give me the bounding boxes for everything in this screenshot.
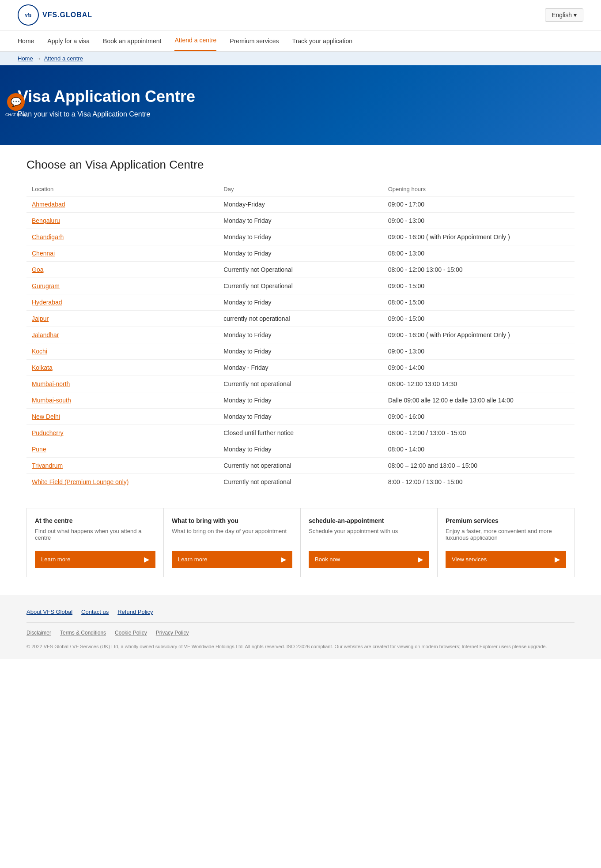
info-cards: At the centre Find out what happens when… [26,508,575,577]
arrow-icon: ▶ [555,555,560,564]
table-cell-location: Kochi [26,343,218,360]
table-cell-hours: 09:00 - 13:00 [383,213,575,229]
table-cell-day: Monday to Friday [218,409,382,425]
nav-home[interactable]: Home [18,31,34,51]
table-row: New DelhiMonday to Friday09:00 - 16:00 [26,409,575,425]
chat-icon[interactable]: 💬 [7,93,25,111]
location-link[interactable]: Chandigarh [32,233,64,240]
footer: About VFS Global Contact us Refund Polic… [0,595,601,659]
nav-attend[interactable]: Attend a centre [174,30,216,51]
table-cell-day: Monday to Friday [218,441,382,458]
table-cell-day: Currently not Operational [218,278,382,294]
location-link[interactable]: Kochi [32,348,47,355]
footer-refund[interactable]: Refund Policy [117,609,153,615]
footer-terms[interactable]: Terms & Conditions [60,630,106,636]
breadcrumb-home[interactable]: Home [18,55,33,62]
breadcrumb-separator: → [36,55,42,62]
col-header-day: Day [218,182,382,196]
table-cell-day: Currently not operational [218,458,382,474]
language-selector[interactable]: English ▾ [545,8,583,22]
table-cell-hours: 09:00 - 13:00 [383,343,575,360]
table-cell-hours: 08:00 - 12:00 13:00 - 15:00 [383,262,575,278]
logo-area: vfs VFS.GLOBAL [18,4,92,26]
card-at-centre-title: At the centre [35,517,155,524]
card-premium: Premium services Enjoy a faster, more co… [438,508,574,577]
nav-premium[interactable]: Premium services [230,31,279,51]
location-link[interactable]: New Delhi [32,413,60,420]
footer-cookie[interactable]: Cookie Policy [115,630,147,636]
table-body: AhmedabadMonday-Friday09:00 - 17:00Benga… [26,196,575,490]
card-at-centre-label: Learn more [41,556,70,563]
breadcrumb-current[interactable]: Attend a centre [44,55,83,62]
location-link[interactable]: Gurugram [32,282,60,289]
footer-about[interactable]: About VFS Global [26,609,72,615]
table-cell-day: Closed until further notice [218,425,382,441]
location-link[interactable]: Bengaluru [32,217,60,224]
table-row: Jaipurcurrently not operational09:00 - 1… [26,311,575,327]
table-cell-day: Monday to Friday [218,327,382,343]
location-link[interactable]: Trivandrum [32,462,63,469]
table-cell-hours: 09:00 - 17:00 [383,196,575,213]
table-cell-location: Ahmedabad [26,196,218,213]
table-cell-location: Mumbai-south [26,392,218,409]
card-schedule-title: schedule-an-appointment [309,517,429,524]
vac-table: Location Day Opening hours AhmedabadMond… [26,182,575,490]
card-at-centre-button[interactable]: Learn more ▶ [35,551,155,568]
table-cell-location: Hyderabad [26,294,218,311]
nav-track[interactable]: Track your application [292,31,352,51]
location-link[interactable]: White Field (Premium Lounge only) [32,478,129,485]
card-premium-title: Premium services [446,517,566,524]
table-cell-location: Puducherry [26,425,218,441]
table-cell-hours: 08:00 – 12:00 and 13:00 – 15:00 [383,458,575,474]
table-row: ChandigarhMonday to Friday09:00 - 16:00 … [26,229,575,245]
table-row: TrivandrumCurrently not operational08:00… [26,458,575,474]
card-what-to-bring-desc: What to bring on the day of your appoint… [172,528,292,544]
location-link[interactable]: Puducherry [32,429,64,436]
table-row: GoaCurrently not Operational08:00 - 12:0… [26,262,575,278]
card-what-to-bring-button[interactable]: Learn more ▶ [172,551,292,568]
table-cell-day: Monday to Friday [218,392,382,409]
main-content: Choose an Visa Application Centre Locati… [0,145,601,595]
card-schedule-label: Book now [315,556,340,563]
logo-text: VFS.GLOBAL [42,11,92,19]
table-cell-location: Trivandrum [26,458,218,474]
location-link[interactable]: Kolkata [32,364,53,371]
table-cell-location: Chennai [26,245,218,262]
table-cell-day: Monday to Friday [218,229,382,245]
table-cell-hours: 09:00 - 16:00 ( with Prior Appointment O… [383,327,575,343]
hero-title: Visa Application Centre [18,87,583,106]
location-link[interactable]: Goa [32,266,43,273]
location-link[interactable]: Jalandhar [32,331,59,338]
footer-disclaimer[interactable]: Disclaimer [26,630,51,636]
nav-apply[interactable]: Apply for a visa [47,31,90,51]
table-row: ChennaiMonday to Friday08:00 - 13:00 [26,245,575,262]
location-link[interactable]: Mumbai-north [32,380,70,387]
table-cell-hours: 8:00 - 12:00 / 13:00 - 15:00 [383,474,575,490]
chat-widget[interactable]: 💬 CHAT NOW [5,93,26,117]
card-what-to-bring: What to bring with you What to bring on … [164,508,301,577]
breadcrumb: Home → Attend a centre [0,52,601,65]
table-cell-location: White Field (Premium Lounge only) [26,474,218,490]
footer-privacy[interactable]: Privacy Policy [156,630,189,636]
table-cell-hours: 09:00 - 16:00 [383,409,575,425]
card-schedule-button[interactable]: Book now ▶ [309,551,429,568]
table-row: White Field (Premium Lounge only)Current… [26,474,575,490]
footer-contact[interactable]: Contact us [81,609,109,615]
location-link[interactable]: Mumbai-south [32,397,71,404]
card-schedule-desc: Schedule your appointment with us [309,528,429,544]
card-premium-button[interactable]: View services ▶ [446,551,566,568]
table-cell-day: Currently not operational [218,376,382,392]
nav-book[interactable]: Book an appointment [103,31,161,51]
location-link[interactable]: Hyderabad [32,299,62,306]
table-row: HyderabadMonday to Friday08:00 - 15:00 [26,294,575,311]
card-what-to-bring-title: What to bring with you [172,517,292,524]
location-link[interactable]: Jaipur [32,315,49,322]
table-cell-location: Chandigarh [26,229,218,245]
logo-icon: vfs [18,4,39,26]
header: vfs VFS.GLOBAL English ▾ [0,0,601,30]
table-cell-day: currently not operational [218,311,382,327]
location-link[interactable]: Pune [32,446,46,453]
table-cell-location: Pune [26,441,218,458]
location-link[interactable]: Ahmedabad [32,201,65,208]
location-link[interactable]: Chennai [32,250,55,257]
